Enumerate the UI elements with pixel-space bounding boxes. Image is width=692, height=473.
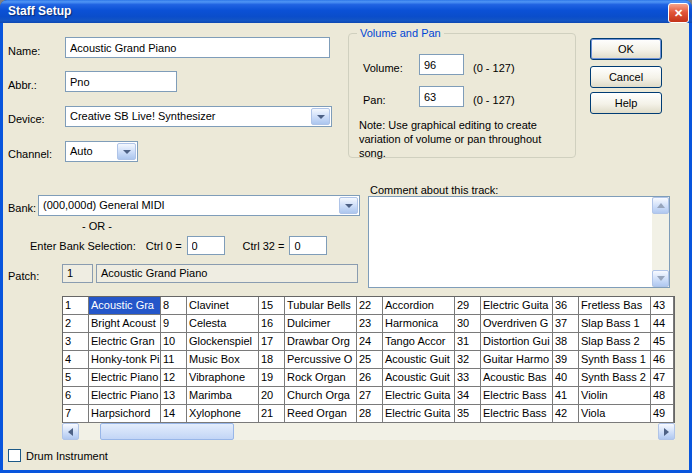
patch-number-cell[interactable]: 16	[259, 315, 285, 333]
patch-name-cell[interactable]: Harpsichord	[89, 405, 161, 423]
patch-number-cell[interactable]: 28	[357, 405, 383, 423]
patch-number-cell[interactable]: 39	[553, 351, 579, 369]
patch-number-cell[interactable]: 4	[63, 351, 89, 369]
patch-table-horizontal-scrollbar[interactable]	[62, 423, 675, 440]
patch-number-cell[interactable]: 45	[651, 333, 674, 351]
patch-number-cell[interactable]: 21	[259, 405, 285, 423]
patch-number-cell[interactable]: 40	[553, 369, 579, 387]
patch-number-cell[interactable]: 41	[553, 387, 579, 405]
patch-name-cell[interactable]: Distortion Gui	[481, 333, 553, 351]
patch-number-cell[interactable]: 44	[651, 315, 674, 333]
scroll-right-button[interactable]	[658, 423, 675, 440]
patch-number-cell[interactable]: 3	[63, 333, 89, 351]
patch-number-cell[interactable]: 20	[259, 387, 285, 405]
ctrl32-input[interactable]	[289, 236, 327, 255]
ctrl0-input[interactable]	[187, 236, 225, 255]
patch-name-cell[interactable]: Fretless Bas	[579, 297, 651, 315]
patch-name-cell[interactable]: Acoustic Guit	[383, 369, 455, 387]
patch-name-cell[interactable]: Electric Piano	[89, 387, 161, 405]
scroll-up-button[interactable]	[652, 197, 669, 214]
patch-number-cell[interactable]: 12	[161, 369, 187, 387]
patch-name-cell[interactable]: Celesta	[187, 315, 259, 333]
drum-instrument-checkbox[interactable]	[8, 449, 21, 462]
patch-name-cell[interactable]: Acoustic Bas	[481, 369, 553, 387]
scroll-down-button[interactable]	[652, 270, 669, 287]
patch-number-cell[interactable]: 23	[357, 315, 383, 333]
patch-name-cell[interactable]: Slap Bass 2	[579, 333, 651, 351]
patch-name-cell[interactable]: Glockenspiel	[187, 333, 259, 351]
patch-number-cell[interactable]: 31	[455, 333, 481, 351]
patch-number-cell[interactable]: 24	[357, 333, 383, 351]
patch-name-cell[interactable]: Electric Guita	[481, 297, 553, 315]
patch-name-cell[interactable]: Dulcimer	[285, 315, 357, 333]
patch-number-cell[interactable]: 37	[553, 315, 579, 333]
volume-input[interactable]	[419, 54, 464, 75]
patch-name-cell[interactable]: Acoustic Gra	[89, 297, 161, 315]
scrollbar-thumb[interactable]	[100, 423, 234, 440]
patch-number-cell[interactable]: 9	[161, 315, 187, 333]
patch-name-cell[interactable]: Slap Bass 1	[579, 315, 651, 333]
patch-number-cell[interactable]: 18	[259, 351, 285, 369]
patch-name-cell[interactable]: Vibraphone	[187, 369, 259, 387]
chevron-down-icon[interactable]	[339, 197, 358, 214]
patch-number-cell[interactable]: 38	[553, 333, 579, 351]
patch-name-cell[interactable]: Electric Piano	[89, 369, 161, 387]
comment-vertical-scrollbar[interactable]	[652, 197, 669, 287]
patch-number-cell[interactable]: 30	[455, 315, 481, 333]
patch-name-cell[interactable]: Electric Gran	[89, 333, 161, 351]
device-combobox[interactable]: Creative SB Live! Synthesizer	[65, 106, 332, 127]
patch-name-cell[interactable]: Harmonica	[383, 315, 455, 333]
patch-number-cell[interactable]: 19	[259, 369, 285, 387]
patch-number-cell[interactable]: 27	[357, 387, 383, 405]
patch-name-cell[interactable]: Viola	[579, 405, 651, 423]
patch-number-cell[interactable]: 5	[63, 369, 89, 387]
patch-number-cell[interactable]: 34	[455, 387, 481, 405]
help-button[interactable]: Help	[590, 92, 662, 114]
pan-input[interactable]	[419, 86, 464, 107]
patch-number-cell[interactable]: 29	[455, 297, 481, 315]
patch-number-cell[interactable]: 47	[651, 369, 674, 387]
abbr-input[interactable]	[65, 71, 177, 92]
patch-number-cell[interactable]: 43	[651, 297, 674, 315]
patch-name-cell[interactable]: Electric Bass	[481, 405, 553, 423]
comment-textarea[interactable]	[368, 196, 670, 288]
patch-name-cell[interactable]: Drawbar Org	[285, 333, 357, 351]
patch-number-cell[interactable]: 2	[63, 315, 89, 333]
patch-number-cell[interactable]: 10	[161, 333, 187, 351]
patch-number-cell[interactable]: 48	[651, 387, 674, 405]
cancel-button[interactable]: Cancel	[590, 66, 662, 88]
ok-button[interactable]: OK	[590, 38, 662, 60]
patch-number-cell[interactable]: 32	[455, 351, 481, 369]
patch-name-cell[interactable]: Guitar Harmo	[481, 351, 553, 369]
bank-combobox[interactable]: (000,000d) General MIDI	[38, 195, 360, 216]
patch-name-cell[interactable]: Electric Bass	[481, 387, 553, 405]
patch-name-cell[interactable]: Clavinet	[187, 297, 259, 315]
patch-name-cell[interactable]: Synth Bass 2	[579, 369, 651, 387]
patch-number-cell[interactable]: 46	[651, 351, 674, 369]
patch-name-cell[interactable]: Marimba	[187, 387, 259, 405]
patch-name-cell[interactable]: Tango Accor	[383, 333, 455, 351]
patch-number-cell[interactable]: 6	[63, 387, 89, 405]
patch-name-cell[interactable]: Violin	[579, 387, 651, 405]
scroll-left-button[interactable]	[62, 423, 79, 440]
patch-number-cell[interactable]: 14	[161, 405, 187, 423]
patch-name-cell[interactable]: Acoustic Guit	[383, 351, 455, 369]
patch-number-cell[interactable]: 22	[357, 297, 383, 315]
patch-name-cell[interactable]: Honky-tonk Pi	[89, 351, 161, 369]
patch-name-cell[interactable]: Reed Organ	[285, 405, 357, 423]
patch-number-cell[interactable]: 25	[357, 351, 383, 369]
patch-number-cell[interactable]: 33	[455, 369, 481, 387]
patch-number-cell[interactable]: 26	[357, 369, 383, 387]
patch-name-cell[interactable]: Electric Guita	[383, 387, 455, 405]
channel-combobox[interactable]: Auto	[65, 141, 138, 162]
patch-name-cell[interactable]: Accordion	[383, 297, 455, 315]
title-bar[interactable]: Staff Setup ✕	[0, 0, 692, 23]
patch-number-cell[interactable]: 13	[161, 387, 187, 405]
chevron-down-icon[interactable]	[117, 143, 136, 160]
patch-number-cell[interactable]: 36	[553, 297, 579, 315]
patch-number-cell[interactable]: 35	[455, 405, 481, 423]
patch-name-cell[interactable]: Xylophone	[187, 405, 259, 423]
patch-number-cell[interactable]: 1	[63, 297, 89, 315]
chevron-down-icon[interactable]	[311, 108, 330, 125]
name-input[interactable]	[65, 37, 330, 58]
